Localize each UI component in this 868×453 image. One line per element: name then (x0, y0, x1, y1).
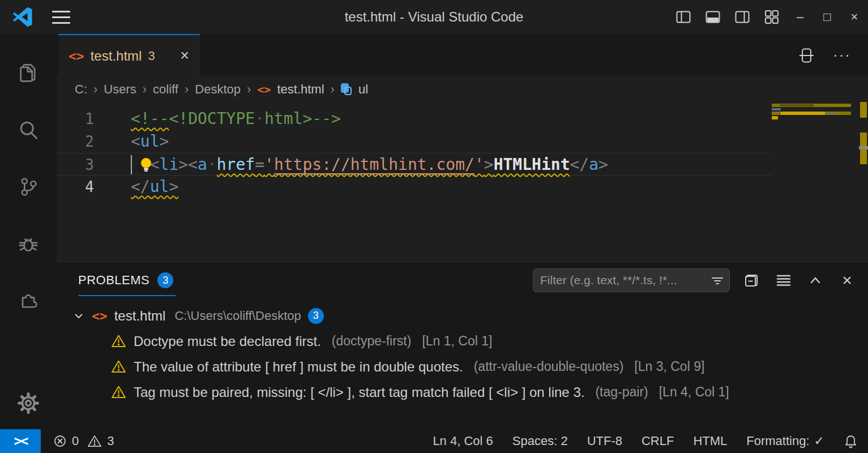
cursor-mark (859, 146, 868, 149)
breadcrumb-drive[interactable]: C: (75, 82, 87, 97)
code-line-3: 3 <li><a·href='https://htmlhint.com/'>HT… (57, 153, 772, 176)
close-window-button[interactable]: × (841, 0, 868, 34)
breadcrumb-desktop[interactable]: Desktop (195, 82, 241, 97)
collapse-all-icon[interactable] (742, 271, 762, 290)
eol-sequence[interactable]: CRLF (642, 434, 674, 448)
chevron-right-icon: › (93, 82, 97, 97)
error-icon (53, 434, 67, 448)
tab-test-html[interactable]: <> test.html 3 × (58, 34, 200, 76)
breadcrumb-file[interactable]: test.html (277, 82, 324, 97)
warning-icon (111, 385, 126, 399)
line-number: 2 (57, 130, 101, 153)
tab-bar: <> test.html 3 × ··· (57, 34, 868, 76)
formatting-status[interactable]: Formatting: ✓ (746, 434, 824, 448)
overview-ruler[interactable] (859, 102, 868, 262)
line-number: 3 (57, 153, 101, 175)
toggle-panel-icon[interactable] (698, 0, 728, 34)
problems-panel: PROBLEMS 3 (57, 262, 868, 429)
customize-layout-icon[interactable] (757, 0, 786, 34)
maximize-button[interactable]: □ (814, 0, 841, 34)
problems-tree: <> test.html C:\Users\coliff\Desktop 3 D… (57, 298, 868, 405)
problem-message: Tag must be paired, missing: [ </li> ], … (134, 384, 584, 400)
minimap[interactable] (772, 104, 854, 126)
status-bar: >< 0 3 Ln 4, Col 6 Spaces: 2 UTF-8 CRLF … (0, 429, 868, 453)
problems-summary[interactable]: 0 3 (53, 434, 114, 448)
panel-header: PROBLEMS 3 (57, 262, 868, 298)
chevron-right-icon: › (143, 82, 147, 97)
toggle-secondary-sidebar-icon[interactable] (728, 0, 757, 34)
code-line-4: 4 </ul> (57, 176, 868, 198)
problem-message: Doctype must be declared first. (134, 334, 321, 349)
text-cursor (131, 155, 132, 174)
vscode-logo-icon (12, 7, 33, 27)
explorer-icon[interactable] (0, 45, 57, 102)
language-mode[interactable]: HTML (693, 434, 727, 448)
run-and-debug-icon[interactable] (0, 215, 57, 272)
problem-file-path: C:\Users\coliff\Desktop (174, 309, 301, 323)
search-icon[interactable] (0, 102, 57, 159)
breadcrumb-symbol[interactable]: ul (358, 82, 368, 97)
check-icon: ✓ (814, 434, 824, 448)
problem-location: [Ln 1, Col 1] (422, 334, 492, 349)
problem-row[interactable]: Tag must be paired, missing: [ </li> ], … (57, 379, 868, 405)
tab-problems[interactable]: PROBLEMS 3 (78, 264, 176, 296)
breadcrumb: C: › Users › coliff › Desktop › <> test.… (57, 76, 868, 102)
problem-code: (tag-pair) (595, 384, 648, 400)
problem-row[interactable]: The value of attribute [ href ] must be … (57, 354, 868, 379)
chevron-right-icon: › (247, 82, 251, 97)
maximize-panel-icon[interactable] (806, 271, 825, 290)
warning-icon (111, 334, 126, 348)
problems-tab-label: PROBLEMS (78, 273, 149, 288)
code-line-2: 2 <ul> (57, 130, 868, 153)
code-editor[interactable]: 1 <!--<!DOCTYPE·html>--> 2 <ul> 3 <li><a… (57, 102, 868, 262)
encoding[interactable]: UTF-8 (587, 434, 622, 448)
settings-gear-icon[interactable] (0, 377, 57, 429)
chevron-right-icon: › (185, 82, 189, 97)
file-problem-count-badge: 3 (308, 308, 324, 324)
problem-file-group[interactable]: <> test.html C:\Users\coliff\Desktop 3 (57, 303, 868, 328)
toggle-primary-sidebar-icon[interactable] (669, 0, 698, 34)
cursor-position[interactable]: Ln 4, Col 6 (433, 434, 493, 448)
symbol-icon (341, 83, 352, 96)
problem-location: [Ln 3, Col 9] (634, 359, 704, 374)
problem-location: [Ln 4, Col 1] (659, 384, 729, 400)
chevron-down-icon (72, 310, 85, 322)
warning-count: 3 (107, 434, 114, 448)
line-number: 1 (57, 108, 101, 130)
tab-close-icon[interactable]: × (180, 47, 189, 65)
filter-icon[interactable] (711, 274, 724, 288)
problem-code: (attr-value-double-quotes) (474, 359, 624, 374)
error-count: 0 (72, 434, 79, 448)
remote-indicator[interactable]: >< (0, 429, 41, 453)
indentation[interactable]: Spaces: 2 (512, 434, 568, 448)
lightbulb-icon[interactable] (139, 157, 153, 172)
view-as-table-icon[interactable] (774, 271, 793, 290)
source-control-icon[interactable] (0, 159, 57, 215)
problem-code: (doctype-first) (332, 334, 412, 349)
hamburger-menu-icon[interactable] (52, 11, 70, 24)
html-file-icon: <> (257, 83, 271, 96)
problem-file-name: test.html (114, 308, 166, 324)
code-line-1: 1 <!--<!DOCTYPE·html>--> (57, 108, 868, 130)
warning-mark (860, 102, 867, 118)
tab-label: test.html (91, 48, 142, 64)
filter-input[interactable] (533, 268, 730, 292)
problem-row[interactable]: Doctype must be declared first. (doctype… (57, 328, 868, 354)
chevron-right-icon: › (331, 82, 335, 97)
html-file-icon: <> (92, 309, 108, 323)
breadcrumb-coliff[interactable]: coliff (153, 82, 178, 97)
split-editor-icon[interactable] (797, 46, 816, 65)
activity-bar (0, 34, 57, 429)
minimize-button[interactable]: – (786, 0, 814, 34)
problems-filter (533, 268, 730, 292)
breadcrumb-users[interactable]: Users (104, 82, 136, 97)
close-panel-icon[interactable]: × (837, 271, 857, 290)
html-file-icon: <> (69, 49, 84, 63)
more-actions-icon[interactable]: ··· (833, 46, 851, 64)
problems-count-badge: 3 (157, 272, 173, 288)
line-number: 4 (57, 176, 101, 198)
warning-icon (87, 434, 102, 448)
extensions-icon[interactable] (0, 272, 57, 328)
notifications-bell-icon[interactable] (844, 434, 858, 448)
title-bar: test.html - Visual Studio Code – □ (0, 0, 868, 34)
